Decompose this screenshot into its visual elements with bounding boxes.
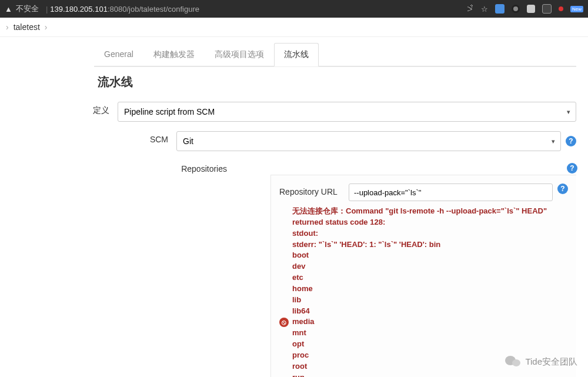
repositories-label: Repositories: [94, 161, 235, 174]
translate-icon[interactable]: ⩼: [466, 4, 474, 14]
tab-pipeline[interactable]: 流水线: [274, 43, 319, 66]
repository-url-label: Repository URL: [279, 184, 349, 196]
repository-panel: Repository URL ? ⦸ 无法连接仓库：Command "git l…: [270, 175, 576, 377]
error-message: 无法连接仓库：Command "git ls-remote -h --uploa…: [292, 206, 568, 377]
insecure-warning-icon: ▲: [5, 5, 12, 14]
extension-icon-1[interactable]: [495, 4, 505, 14]
help-icon[interactable]: ?: [567, 163, 577, 174]
bookmark-star-icon[interactable]: ☆: [481, 5, 488, 14]
breadcrumb-item[interactable]: taletest: [9, 22, 45, 32]
extension-icon-4[interactable]: [542, 4, 552, 14]
tab-build-triggers[interactable]: 构建触发器: [143, 43, 205, 66]
new-badge-icon[interactable]: New: [570, 6, 583, 12]
browser-address-bar: ▲ 不安全 | 139.180.205.101:8080/job/taletes…: [0, 0, 588, 18]
scm-label: SCM: [94, 131, 176, 144]
breadcrumb: › taletest ›: [0, 18, 588, 37]
watermark: Tide安全团队: [505, 355, 577, 369]
browser-extension-icons: ⩼ ☆ New: [466, 4, 583, 14]
insecure-label: 不安全: [16, 4, 39, 14]
config-tabs: General 构建触发器 高级项目选项 流水线: [94, 43, 576, 66]
help-icon[interactable]: ?: [557, 184, 568, 194]
definition-label: 定义: [35, 102, 118, 116]
validation-error: ⦸ 无法连接仓库：Command "git ls-remote -h --upl…: [279, 206, 568, 377]
watermark-text: Tide安全团队: [525, 356, 577, 368]
definition-select[interactable]: Pipeline script from SCM: [118, 102, 576, 122]
configure-content: General 构建触发器 高级项目选项 流水线 流水线 定义 Pipeline…: [0, 37, 588, 377]
error-icon: ⦸: [279, 318, 289, 327]
tab-advanced-options[interactable]: 高级项目选项: [205, 43, 274, 66]
tab-general[interactable]: General: [94, 43, 143, 66]
wechat-icon: [505, 355, 522, 369]
extension-icon-3[interactable]: [527, 5, 535, 13]
section-title-pipeline: 流水线: [94, 74, 576, 90]
notification-dot-icon[interactable]: [559, 6, 563, 11]
scm-select[interactable]: Git: [176, 131, 561, 151]
breadcrumb-separator-icon: ›: [45, 22, 48, 32]
extension-icon-2[interactable]: [512, 5, 520, 13]
url-display[interactable]: 139.180.205.101:8080/job/taletest/config…: [50, 5, 199, 14]
help-icon[interactable]: ?: [566, 136, 576, 146]
repository-url-input[interactable]: [349, 184, 553, 201]
